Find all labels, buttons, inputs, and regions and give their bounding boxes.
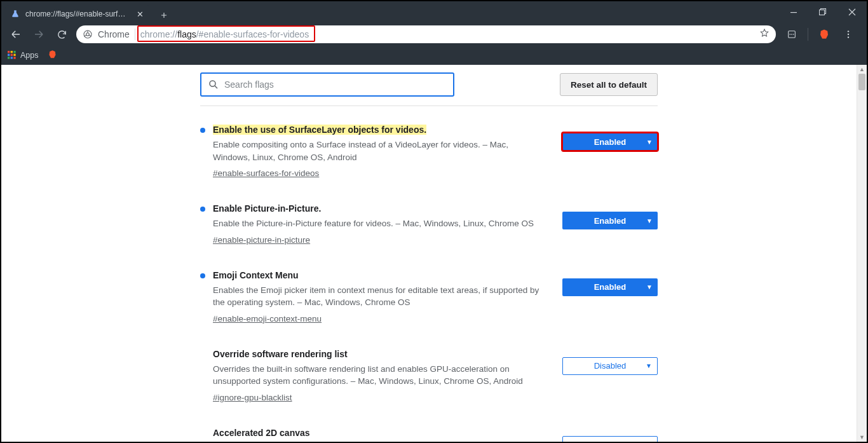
flag-select-value: Enabled <box>594 282 627 292</box>
flag-select[interactable]: Disabled▼ <box>562 357 658 375</box>
close-icon[interactable]: ✕ <box>135 9 145 19</box>
apps-shortcut[interactable]: Apps <box>6 50 39 62</box>
toolbar-right <box>777 25 863 44</box>
svg-rect-0 <box>790 12 797 13</box>
page-content: Reset all to default Enable the use of S… <box>1 65 867 442</box>
brave-extension-icon[interactable] <box>813 25 835 44</box>
chevron-down-icon: ▼ <box>646 217 653 224</box>
flag-select[interactable]: Enabled▼ <box>562 436 658 442</box>
browser-chrome: chrome://flags/#enable-surfaces ✕ <box>1 1 867 65</box>
maximize-button[interactable] <box>808 1 837 23</box>
svg-point-7 <box>791 34 792 35</box>
scroll-down-icon[interactable]: ▼ <box>857 433 867 442</box>
omnibox-chip: Chrome <box>98 29 130 39</box>
flag-select-value: Enabled <box>595 440 625 442</box>
flag-body: Override software rendering listOverride… <box>213 348 555 403</box>
omnibox[interactable]: Chrome chrome://flags/#enable-surfaces-f… <box>76 25 776 43</box>
flag-control: Enabled▼ <box>562 124 658 179</box>
svg-rect-15 <box>8 53 10 55</box>
modified-dot-icon <box>200 273 205 278</box>
flag-title: Override software rendering list <box>213 349 348 359</box>
flask-icon <box>10 9 20 19</box>
svg-rect-16 <box>11 53 13 55</box>
page-inner: Reset all to default Enable the use of S… <box>1 65 857 442</box>
flag-select[interactable]: Enabled▼ <box>562 133 658 151</box>
divider <box>808 28 808 41</box>
omnibox-url: chrome://flags/#enable-surfaces-for-vide… <box>140 29 754 39</box>
svg-rect-17 <box>13 53 15 55</box>
omnibox-wrap: Chrome chrome://flags/#enable-surfaces-f… <box>74 25 776 43</box>
chrome-icon <box>83 29 93 39</box>
flag-item: Enable Picture-in-Picture.Enable the Pic… <box>200 196 658 263</box>
flag-body: Enable Picture-in-Picture.Enable the Pic… <box>213 203 555 245</box>
toolbar: Chrome chrome://flags/#enable-surfaces-f… <box>1 23 867 46</box>
new-tab-button[interactable] <box>155 8 173 23</box>
flag-hash-link[interactable]: #enable-picture-in-picture <box>213 235 310 245</box>
flag-hash-link[interactable]: #enable-emoji-context-menu <box>213 314 322 324</box>
search-icon <box>208 79 219 90</box>
chevron-down-icon: ▼ <box>646 362 652 369</box>
flag-select-value: Enabled <box>594 137 627 147</box>
flag-body: Emoji Context MenuEnables the Emoji pick… <box>213 269 555 324</box>
svg-rect-14 <box>13 51 15 53</box>
flag-hash-link[interactable]: #enable-surfaces-for-videos <box>213 168 319 178</box>
svg-rect-13 <box>11 51 13 53</box>
close-window-button[interactable] <box>837 1 867 23</box>
url-host: flags <box>177 29 196 39</box>
apps-grid-icon <box>6 50 17 62</box>
flag-title: Enable the use of SurfaceLayer objects f… <box>213 125 426 135</box>
bookmark-item[interactable] <box>48 50 57 61</box>
svg-point-6 <box>789 34 790 35</box>
flag-control: Disabled▼ <box>562 348 658 403</box>
scrollbar-thumb[interactable] <box>858 74 865 90</box>
svg-point-11 <box>848 36 849 37</box>
svg-point-21 <box>210 81 215 86</box>
svg-rect-2 <box>820 10 825 15</box>
flag-item: Emoji Context MenuEnables the Emoji pick… <box>200 263 658 342</box>
divider <box>135 29 135 40</box>
flag-body: Accelerated 2D canvasEnables the use of … <box>213 427 555 442</box>
flag-select-value: Enabled <box>594 216 627 226</box>
back-button[interactable] <box>5 25 27 44</box>
apps-label: Apps <box>20 51 39 60</box>
flag-description: Enable compositing onto a Surface instea… <box>213 139 545 163</box>
flag-description: Overrides the built-in software renderin… <box>213 363 545 388</box>
browser-tab[interactable]: chrome://flags/#enable-surfaces ✕ <box>5 5 151 23</box>
extension-button[interactable] <box>781 25 803 44</box>
flags-list: Enable the use of SurfaceLayer objects f… <box>200 106 658 442</box>
chevron-down-icon: ▼ <box>646 441 652 442</box>
minimize-button[interactable] <box>779 1 808 23</box>
chevron-down-icon: ▼ <box>646 283 653 290</box>
tab-title: chrome://flags/#enable-surfaces <box>25 10 130 18</box>
flag-title: Accelerated 2D canvas <box>213 428 310 438</box>
flag-control: Enabled▼ <box>562 269 658 324</box>
svg-rect-20 <box>13 57 15 58</box>
flag-select-value: Disabled <box>594 361 627 371</box>
flag-select[interactable]: Enabled▼ <box>562 278 658 296</box>
url-path: /#enable-surfaces-for-videos <box>196 29 309 39</box>
svg-rect-19 <box>11 57 13 58</box>
url-scheme: chrome:// <box>140 29 177 39</box>
flag-select[interactable]: Enabled▼ <box>562 212 658 229</box>
flag-hash-link[interactable]: #ignore-gpu-blacklist <box>213 393 292 402</box>
flag-item: Accelerated 2D canvasEnables the use of … <box>200 421 658 442</box>
page-scrollbar[interactable]: ▲ ▼ <box>857 65 867 442</box>
flag-title: Emoji Context Menu <box>213 270 299 280</box>
search-input[interactable] <box>224 79 447 90</box>
forward-button[interactable] <box>28 25 50 44</box>
scroll-up-icon[interactable]: ▲ <box>857 65 867 74</box>
brave-bookmark-icon <box>48 50 57 61</box>
flag-description: Enable the Picture-in-Picture feature fo… <box>213 217 545 230</box>
search-flags-field[interactable] <box>200 72 454 97</box>
flag-description: Enables the Emoji picker item in context… <box>213 284 545 309</box>
svg-point-4 <box>86 33 90 36</box>
tab-strip: chrome://flags/#enable-surfaces ✕ <box>1 1 173 23</box>
bookmark-star-icon[interactable] <box>759 28 770 41</box>
svg-point-9 <box>848 31 849 32</box>
reset-all-button[interactable]: Reset all to default <box>560 73 658 96</box>
bookmarks-bar: Apps <box>1 46 867 65</box>
flag-item: Override software rendering listOverride… <box>200 342 658 421</box>
reload-button[interactable] <box>51 25 72 44</box>
flag-control: Enabled▼ <box>562 427 658 442</box>
chrome-menu-button[interactable] <box>837 25 859 44</box>
